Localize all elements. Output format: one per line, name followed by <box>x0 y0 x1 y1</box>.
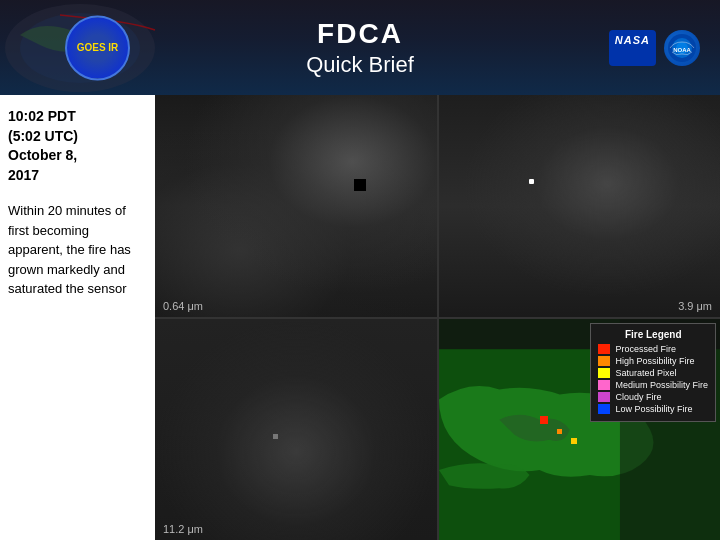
legend-item-processed: Processed Fire <box>598 344 708 354</box>
legend-color-low <box>598 404 610 414</box>
legend-label-low: Low Possibility Fire <box>615 404 692 414</box>
satellite-image-topright <box>439 95 721 317</box>
goes-ir-logo: GOES IR <box>65 15 130 80</box>
image-bottomright: Fire Legend Processed Fire High Possibil… <box>439 319 721 541</box>
image-bottomleft: 11.2 μm <box>155 319 437 541</box>
timestamp: 10:02 PDT(5:02 UTC)October 8,2017 <box>8 107 147 185</box>
fire-bright-spot <box>529 179 534 184</box>
fire-dark-spot <box>354 179 366 191</box>
main-title: FDCA <box>306 18 414 50</box>
legend-color-processed <box>598 344 610 354</box>
fire-pixel-red <box>540 416 548 424</box>
goes-logo-text: GOES IR <box>77 42 119 54</box>
image-topleft: 0.64 μm <box>155 95 437 317</box>
agency-logos: NASA NOAA <box>609 30 700 66</box>
legend-item-low: Low Possibility Fire <box>598 404 708 414</box>
legend-label-saturated: Saturated Pixel <box>615 368 676 378</box>
legend-item-high: High Possibility Fire <box>598 356 708 366</box>
legend-label-cloudy: Cloudy Fire <box>615 392 661 402</box>
bottomleft-label: 11.2 μm <box>163 523 203 535</box>
sidebar: 10:02 PDT(5:02 UTC)October 8,2017 Within… <box>0 95 155 540</box>
header-titles: FDCA Quick Brief <box>306 18 414 78</box>
svg-text:NOAA: NOAA <box>673 47 691 53</box>
description-text: Within 20 minutes of first becoming appa… <box>8 201 147 299</box>
noaa-logo: NOAA <box>664 30 700 66</box>
satellite-image-topleft <box>155 95 437 317</box>
main-content: 10:02 PDT(5:02 UTC)October 8,2017 Within… <box>0 95 720 540</box>
fire-pixel-orange <box>557 429 562 434</box>
legend-item-medium: Medium Possibility Fire <box>598 380 708 390</box>
topleft-label: 0.64 μm <box>163 300 203 312</box>
legend-color-cloudy <box>598 392 610 402</box>
legend-color-medium <box>598 380 610 390</box>
nasa-logo: NASA <box>609 30 656 66</box>
subtitle: Quick Brief <box>306 52 414 78</box>
legend-color-high <box>598 356 610 366</box>
fire-legend: Fire Legend Processed Fire High Possibil… <box>590 323 716 422</box>
legend-label-medium: Medium Possibility Fire <box>615 380 708 390</box>
topright-label: 3.9 μm <box>678 300 712 312</box>
small-feature <box>273 434 278 439</box>
legend-title: Fire Legend <box>598 329 708 340</box>
legend-label-high: High Possibility Fire <box>615 356 694 366</box>
legend-item-cloudy: Cloudy Fire <box>598 392 708 402</box>
fire-pixel-yellow <box>571 438 577 444</box>
image-grid: 0.64 μm 3.9 μm 11.2 μm <box>155 95 720 540</box>
timestamp-text: 10:02 PDT(5:02 UTC)October 8,2017 <box>8 108 78 183</box>
legend-label-processed: Processed Fire <box>615 344 676 354</box>
header: GOES IR FDCA Quick Brief NASA NOAA <box>0 0 720 95</box>
legend-item-saturated: Saturated Pixel <box>598 368 708 378</box>
image-topright: 3.9 μm <box>439 95 721 317</box>
legend-color-saturated <box>598 368 610 378</box>
satellite-image-bottomleft <box>155 319 437 541</box>
